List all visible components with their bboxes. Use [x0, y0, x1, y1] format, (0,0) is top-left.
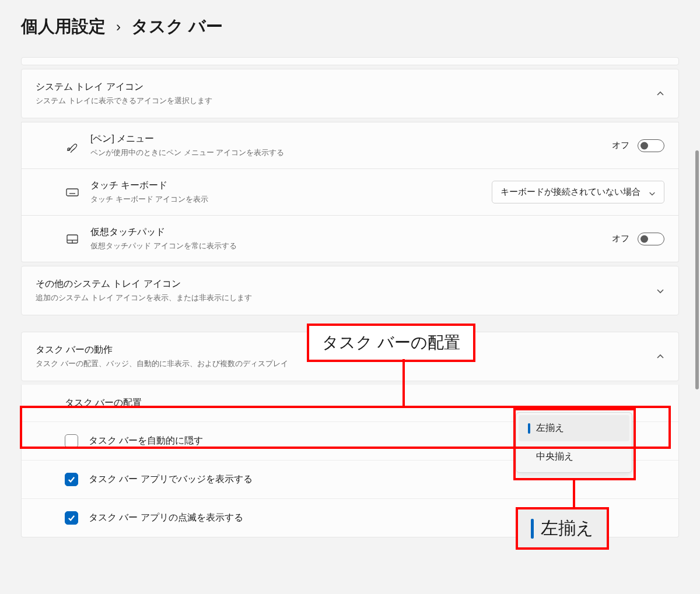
breadcrumb: 個人用設定 › タスク バー [0, 0, 700, 57]
annotation-connector [402, 359, 405, 407]
scrollbar[interactable] [695, 150, 699, 389]
callout-label: 左揃え [541, 516, 594, 540]
checkbox-show-flashing[interactable] [65, 511, 78, 525]
option-label: 左揃え [536, 422, 564, 434]
chevron-down-icon[interactable] [656, 287, 664, 295]
keyboard-icon [65, 185, 80, 200]
row-title: [ペン] メニュー [90, 133, 601, 145]
toggle-state-label: オフ [612, 233, 629, 244]
chevron-up-icon[interactable] [656, 353, 664, 361]
checkbox-label: タスク バーを自動的に隠す [89, 435, 203, 447]
toggle-virtual-touchpad[interactable] [638, 233, 664, 245]
section-other-tray[interactable]: その他のシステム トレイ アイコン 追加のシステム トレイ アイコンを表示、また… [21, 266, 679, 315]
dropdown-value: キーボードが接続されていない場合 [501, 187, 640, 198]
row-subtitle: タッチ キーボード アイコンを表示 [90, 194, 481, 205]
checkbox-label: タスク バー アプリの点滅を表示する [89, 512, 243, 524]
annotation-callout-selected: 左揃え [516, 507, 609, 550]
touchpad-icon [65, 231, 80, 247]
row-title: タッチ キーボード [90, 180, 481, 192]
option-label: 中央揃え [536, 451, 573, 463]
row-virtual-touchpad: 仮想タッチパッド 仮想タッチパッド アイコンを常に表示する オフ [21, 216, 679, 262]
selection-indicator [531, 519, 534, 539]
toggle-state-label: オフ [612, 140, 629, 151]
pen-icon [65, 138, 80, 153]
section-subtitle: 追加のシステム トレイ アイコンを表示、または非表示にします [36, 293, 252, 303]
chevron-down-icon [649, 189, 656, 196]
alignment-option-left[interactable]: 左揃え [519, 415, 629, 441]
row-pen-menu: [ペン] メニュー ペンが使用中のときにペン メニュー アイコンを表示する オフ [21, 122, 679, 169]
checkbox-label: タスク バー アプリでバッジを表示する [89, 473, 253, 486]
breadcrumb-parent[interactable]: 個人用設定 [21, 15, 106, 38]
toggle-pen-menu[interactable] [638, 139, 664, 152]
annotation-callout-title: タスク バーの配置 [307, 324, 475, 362]
chevron-up-icon[interactable] [656, 90, 664, 98]
section-title: タスク バーの動作 [36, 344, 288, 356]
section-title: その他のシステム トレイ アイコン [36, 278, 252, 290]
alignment-popup: 左揃え 中央揃え [516, 412, 632, 473]
svg-rect-1 [66, 189, 78, 196]
breadcrumb-current: タスク バー [131, 15, 223, 38]
svg-point-0 [68, 148, 70, 150]
section-title: システム トレイ アイコン [36, 81, 212, 93]
checkbox-auto-hide[interactable] [65, 434, 78, 448]
checkbox-show-badges[interactable] [65, 473, 78, 486]
alignment-label: タスク バーの配置 [65, 397, 142, 409]
collapsed-panel-stub[interactable] [21, 57, 679, 65]
section-system-tray[interactable]: システム トレイ アイコン システム トレイに表示できるアイコンを選択します [21, 69, 679, 118]
dropdown-touch-keyboard[interactable]: キーボードが接続されていない場合 [492, 181, 664, 203]
annotation-connector [573, 480, 575, 507]
selection-indicator [528, 423, 530, 434]
alignment-option-center[interactable]: 中央揃え [519, 444, 629, 470]
row-subtitle: 仮想タッチパッド アイコンを常に表示する [90, 241, 601, 251]
row-title: 仮想タッチパッド [90, 226, 601, 238]
section-subtitle: システム トレイに表示できるアイコンを選択します [36, 96, 212, 106]
row-subtitle: ペンが使用中のときにペン メニュー アイコンを表示する [90, 147, 601, 158]
section-subtitle: タスク バーの配置、バッジ、自動的に非表示、および複数のディスプレイ [36, 358, 288, 369]
row-touch-keyboard: タッチ キーボード タッチ キーボード アイコンを表示 キーボードが接続されてい… [21, 169, 679, 216]
breadcrumb-separator: › [116, 19, 121, 35]
